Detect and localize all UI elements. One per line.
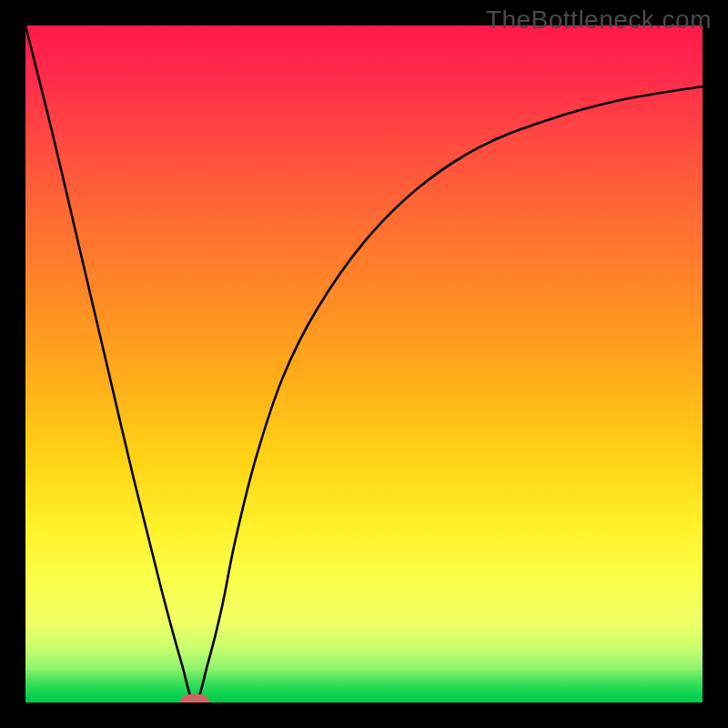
watermark-text: TheBottleneck.com bbox=[486, 5, 712, 35]
curve-svg bbox=[25, 25, 703, 703]
chart-frame: TheBottleneck.com bbox=[0, 0, 728, 728]
plot-area bbox=[25, 25, 703, 703]
bottleneck-curve bbox=[25, 25, 703, 703]
optimal-point-marker bbox=[180, 694, 209, 703]
